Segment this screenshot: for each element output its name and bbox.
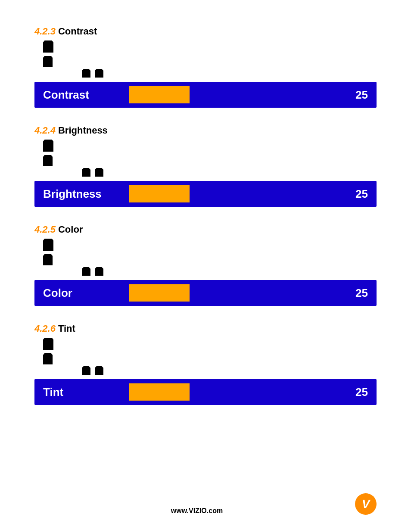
color-icons — [43, 239, 377, 276]
footer: www.VIZIO.com V — [0, 507, 411, 515]
brightness-bar-label: Brightness — [43, 187, 121, 201]
tint-progress-fill — [129, 383, 190, 401]
color-icon-large-2 — [43, 254, 53, 265]
tint-icon-small-2 — [95, 366, 103, 375]
footer-website: www.VIZIO.com — [171, 507, 223, 515]
brightness-icons-row2 — [43, 168, 377, 177]
contrast-icon-large-1 — [43, 40, 53, 53]
contrast-bar-value: 25 — [351, 88, 368, 102]
tint-bar-value: 25 — [351, 386, 368, 399]
tint-section: 4.2.6 Tint Tint 25 — [34, 323, 377, 405]
brightness-icon-large-2 — [43, 155, 53, 166]
contrast-icons — [43, 40, 377, 78]
tint-bar: Tint 25 — [34, 379, 377, 405]
tint-title: Tint — [58, 323, 75, 334]
contrast-icon-large-2 — [43, 56, 53, 67]
tint-header: 4.2.6 Tint — [34, 323, 377, 334]
vizio-v-icon: V — [362, 497, 370, 511]
contrast-title: Contrast — [58, 26, 97, 37]
color-icon-large-1 — [43, 239, 53, 251]
color-icon-small-1 — [82, 267, 90, 276]
brightness-icons-row1 — [43, 140, 377, 166]
contrast-bar-label: Contrast — [43, 88, 121, 102]
contrast-header: 4.2.3 Contrast — [34, 26, 377, 37]
brightness-icon-small-1 — [82, 168, 90, 177]
tint-icons — [43, 338, 377, 375]
vizio-logo: V — [355, 493, 377, 515]
page-container: 4.2.3 Contrast Contrast 25 — [0, 0, 411, 439]
color-bar-value: 25 — [351, 286, 368, 300]
contrast-icon-small-1 — [82, 69, 90, 78]
color-section: 4.2.5 Color Color 25 — [34, 224, 377, 306]
color-number: 4.2.5 — [34, 224, 56, 235]
brightness-header: 4.2.4 Brightness — [34, 125, 377, 136]
brightness-progress-fill — [129, 185, 190, 202]
color-icons-row2 — [43, 267, 377, 276]
color-progress-fill — [129, 284, 190, 302]
color-progress-track — [129, 284, 342, 302]
brightness-icon-large-1 — [43, 140, 53, 152]
tint-icons-row2 — [43, 366, 377, 375]
color-icon-small-2 — [95, 267, 103, 276]
brightness-bar-value: 25 — [351, 187, 368, 201]
contrast-icons-row1 — [43, 40, 377, 67]
contrast-progress-track — [129, 86, 342, 103]
tint-icons-row1 — [43, 338, 377, 364]
brightness-progress-track — [129, 185, 342, 202]
brightness-icons — [43, 140, 377, 177]
brightness-section: 4.2.4 Brightness Brightness 25 — [34, 125, 377, 207]
tint-icon-large-2 — [43, 353, 53, 364]
color-title: Color — [58, 224, 83, 235]
brightness-icon-small-2 — [95, 168, 103, 177]
color-header: 4.2.5 Color — [34, 224, 377, 235]
contrast-progress-fill — [129, 86, 190, 103]
tint-bar-label: Tint — [43, 386, 121, 399]
color-bar-label: Color — [43, 286, 121, 300]
tint-icon-small-1 — [82, 366, 90, 375]
color-icons-row1 — [43, 239, 377, 265]
brightness-title: Brightness — [58, 125, 108, 136]
contrast-icons-row2 — [43, 69, 377, 78]
brightness-bar: Brightness 25 — [34, 181, 377, 207]
contrast-bar: Contrast 25 — [34, 82, 377, 108]
tint-progress-track — [129, 383, 342, 401]
color-bar: Color 25 — [34, 280, 377, 306]
brightness-number: 4.2.4 — [34, 125, 56, 136]
contrast-icon-small-2 — [95, 69, 103, 78]
tint-number: 4.2.6 — [34, 323, 56, 334]
contrast-section: 4.2.3 Contrast Contrast 25 — [34, 26, 377, 108]
contrast-number: 4.2.3 — [34, 26, 56, 37]
tint-icon-large-1 — [43, 338, 53, 350]
